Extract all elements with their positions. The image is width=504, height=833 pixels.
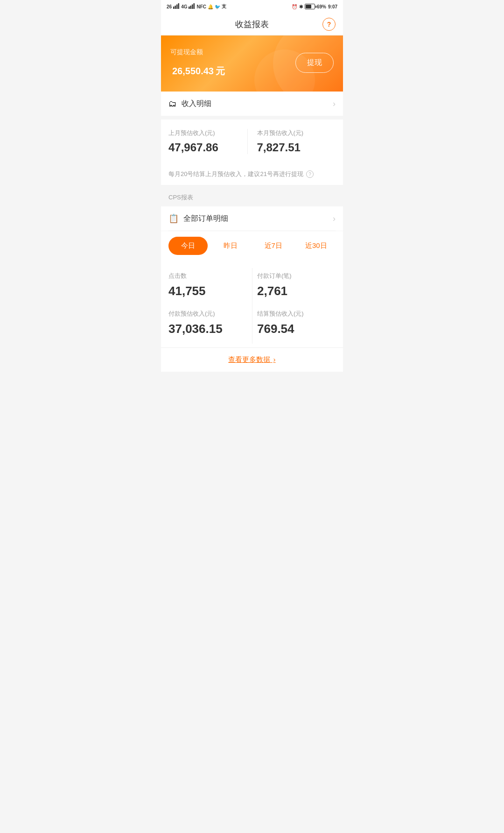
tab-bar: 今日 昨日 近7日 近30日 [161,231,343,261]
order-chevron-icon: › [333,214,336,224]
balance-banner: 可提现金额 26,550.43元 提现 [161,35,343,92]
svg-rect-4 [189,7,190,9]
pay-income-label: 付款预估收入(元) [168,310,247,318]
svg-rect-5 [190,6,192,9]
order-count-label: 付款订单(笔) [257,272,336,280]
divider-1 [161,116,343,120]
tab-7days[interactable]: 近7日 [254,237,293,255]
order-detail-row[interactable]: 📋 全部订单明细 › [161,206,343,231]
notification-icon: 🔔 [208,4,213,9]
this-month-stat: 本月预估收入(元) 7,827.51 [247,129,336,154]
balance-label: 可提现金额 [170,48,225,56]
signal-bars [173,3,180,10]
svg-rect-3 [178,3,180,9]
settle-income-item: 结算预估收入(元) 769.54 [252,306,336,344]
order-detail-label: 全部订单明细 [183,214,333,224]
income-detail-label: 收入明细 [182,99,333,109]
time: 9:07 [328,4,337,9]
notice-help-icon[interactable]: ? [306,170,314,178]
status-right: ⏰ ✱ 69% 9:07 [292,4,337,9]
stats-grid: 点击数 41,755 付款订单(笔) 2,761 付款预估收入(元) 37,03… [161,261,343,347]
signal-icon: 26 [167,4,172,9]
balance-left: 可提现金额 26,550.43元 [170,48,225,77]
tab-30days[interactable]: 近30日 [297,237,336,255]
cps-section-header: CPS报表 [161,189,343,206]
cps-label: CPS报表 [168,194,193,201]
app-icon: 🐦 [215,4,220,9]
svg-rect-2 [176,5,178,9]
click-count-value: 41,755 [168,284,247,298]
signal-bars2 [189,3,195,10]
chevron-right-icon: › [333,99,336,109]
notice-text: 每月20号结算上月预估收入，建议21号再进行提现 [168,170,303,178]
status-left: 26 4G NFC 🔔 🐦 支 [167,3,226,10]
settle-income-label: 结算预估收入(元) [257,310,336,318]
4g-icon: 4G [181,4,187,9]
order-count-value: 2,761 [257,284,336,298]
help-button[interactable]: ? [322,18,336,31]
nav-bar: 收益报表 ? [161,13,343,35]
settle-income-value: 769.54 [257,322,336,336]
pay-income-value: 37,036.15 [168,322,247,336]
status-bar: 26 4G NFC 🔔 🐦 支 ⏰ ✱ 69% 9:07 [161,0,343,13]
tab-today[interactable]: 今日 [168,237,208,255]
page-title: 收益报表 [235,19,269,30]
svg-rect-6 [192,5,193,9]
view-more-arrow: › [273,355,276,363]
this-month-label: 本月预估收入(元) [257,129,336,137]
order-icon: 📋 [168,213,179,224]
alarm-icon: ⏰ [292,4,297,9]
svg-rect-0 [173,7,175,9]
click-count-item: 点击数 41,755 [168,268,252,306]
last-month-stat: 上月预估收入(元) 47,967.86 [168,129,247,154]
svg-rect-7 [194,3,195,9]
view-more-link[interactable]: 查看更多数据 › [228,355,275,363]
click-count-label: 点击数 [168,272,247,280]
svg-rect-1 [175,6,176,9]
tab-yesterday[interactable]: 昨日 [211,237,251,255]
last-month-label: 上月预估收入(元) [168,129,247,137]
order-count-item: 付款订单(笔) 2,761 [252,268,336,306]
income-detail-row[interactable]: 🗂 收入明细 › [161,92,343,116]
nfc-icon: NFC [196,4,206,9]
divider-2 [161,185,343,189]
last-month-value: 47,967.86 [168,141,247,154]
battery-percent: 69% [317,4,326,9]
this-month-value: 7,827.51 [257,141,336,154]
notice-bar: 每月20号结算上月预估收入，建议21号再进行提现 ? [161,163,343,185]
battery-icon [305,4,315,9]
view-more-section: 查看更多数据 › [161,347,343,372]
income-stats: 上月预估收入(元) 47,967.86 本月预估收入(元) 7,827.51 [161,120,343,163]
view-more-label: 查看更多数据 [228,355,270,363]
pay-icon: 支 [222,3,226,10]
withdraw-button[interactable]: 提现 [295,53,334,73]
balance-amount: 26,550.43元 [170,59,225,77]
pay-income-item: 付款预估收入(元) 37,036.15 [168,306,252,344]
bluetooth-icon: ✱ [299,4,303,9]
wallet-icon: 🗂 [168,99,177,109]
